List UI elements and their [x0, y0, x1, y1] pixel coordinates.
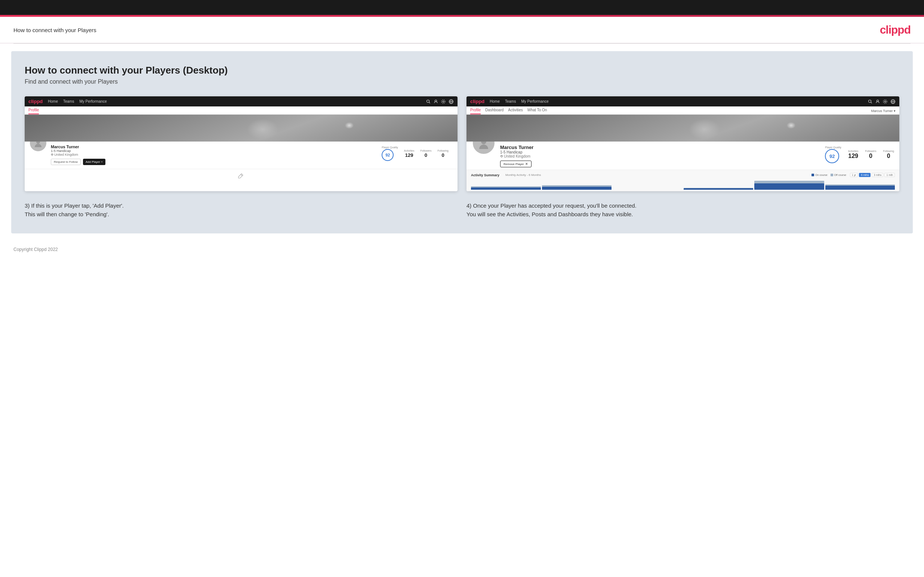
svg-point-14 [883, 100, 887, 103]
player-handicap-2: 1-5 Handicap [500, 150, 533, 154]
player-details-2: Marcus Turner 1-5 Handicap United Kingdo… [500, 142, 894, 167]
globe-icon-2[interactable] [890, 99, 896, 104]
add-player-button[interactable]: Add Player + [83, 159, 105, 165]
quality-label-1: Player Quality [382, 146, 398, 148]
period-6mths[interactable]: 6 mths [859, 173, 871, 177]
tab-activities-2[interactable]: Activities [508, 108, 523, 114]
player-name-2: Marcus Turner [500, 145, 533, 150]
screenshots-row: clippd Home Teams My Performance Profile [25, 96, 899, 191]
profile-banner-2 [467, 114, 899, 142]
quality-circle-2: 92 [825, 149, 839, 163]
period-3mths[interactable]: 3 mths [872, 173, 883, 177]
remove-player-label: Remove Player [504, 163, 524, 166]
profile-actions-1: Request to Follow Add Player + [51, 159, 105, 165]
svg-point-19 [501, 155, 502, 157]
tab-profile-1[interactable]: Profile [28, 108, 39, 114]
app-logo-2: clippd [470, 98, 485, 104]
chart-bar-group-1 [542, 179, 612, 190]
quality-circle-1: 92 [382, 149, 394, 161]
following-label-2: Following [883, 150, 894, 152]
stats-row-2: Player Quality 92 Activities 129 Followe [825, 145, 894, 165]
screenshot-footer-1 [25, 169, 457, 182]
activity-header-right: On course Off course 1 yr 6 mths 3 mths [811, 173, 895, 177]
app-nav-right-2 [868, 99, 896, 104]
bar-stack-3 [684, 188, 754, 190]
location-text-1: United Kingdom [54, 153, 78, 156]
chart-bar-group-0 [471, 179, 541, 190]
banner-texture-1 [25, 114, 457, 142]
period-1yr[interactable]: 1 yr [850, 173, 858, 177]
nav-home-1[interactable]: Home [48, 99, 58, 103]
oncourse-bar-4 [754, 184, 824, 190]
page-header: How to connect with your Players clippd [0, 17, 924, 44]
step4-text: 4) Once your Player has accepted your re… [467, 201, 899, 219]
followers-value-1: 0 [420, 152, 431, 158]
nav-myperformance-2[interactable]: My Performance [521, 99, 548, 103]
chart-bar-group-2 [613, 179, 683, 190]
activity-header: Activity Summary Monthly Activity - 6 Mo… [471, 173, 895, 177]
description-step4: 4) Once your Player has accepted your re… [467, 201, 899, 219]
profile-section-1: Marcus Turner 1-5 Handicap United Kingdo… [25, 142, 457, 169]
svg-point-3 [443, 101, 444, 102]
quality-label-2: Player Quality [825, 146, 842, 148]
profile-section-2: Marcus Turner 1-5 Handicap United Kingdo… [467, 142, 899, 169]
chart-bar-group-4 [754, 179, 824, 190]
offcourse-bar-4 [754, 181, 824, 184]
header-divider [13, 44, 911, 44]
request-follow-button[interactable]: Request to Follow [51, 159, 81, 165]
svg-point-9 [52, 154, 53, 155]
app-nav-2: clippd Home Teams My Performance [467, 96, 899, 106]
globe-icon-1[interactable] [449, 99, 454, 104]
legend-offcourse: Off course [830, 174, 846, 176]
player-dropdown[interactable]: Marcus Turner ▾ [871, 109, 896, 114]
stat-followers-1: Followers 0 [420, 149, 431, 158]
followers-label-1: Followers [420, 149, 431, 152]
activity-chart [471, 179, 895, 190]
activities-label-2: Activities [848, 150, 859, 152]
tab-dashboard-2[interactable]: Dashboard [485, 108, 504, 114]
nav-home-2[interactable]: Home [489, 99, 500, 103]
copyright-text: Copyright Clippd 2022 [13, 247, 58, 252]
settings-icon-1[interactable] [441, 99, 446, 104]
oncourse-bar-1 [542, 187, 612, 190]
oncourse-dot [811, 174, 814, 176]
svg-point-0 [427, 100, 430, 102]
tab-profile-2[interactable]: Profile [470, 108, 481, 114]
legend-oncourse: On course [811, 174, 827, 176]
close-icon: ✕ [525, 162, 528, 166]
player-info-1: Marcus Turner 1-5 Handicap United Kingdo… [51, 145, 105, 165]
search-icon-1[interactable] [426, 99, 431, 104]
period-1mth[interactable]: 1 mth [884, 173, 895, 177]
player-handicap-1: 1-5 Handicap [51, 149, 105, 153]
settings-icon-2[interactable] [883, 99, 887, 104]
nav-teams-1[interactable]: Teams [63, 99, 74, 103]
offcourse-label: Off course [834, 174, 846, 176]
oncourse-bar-3 [684, 188, 754, 190]
stat-following-2: Following 0 [883, 150, 894, 160]
user-icon-1[interactable] [434, 99, 438, 104]
followers-value-2: 0 [865, 153, 876, 160]
stat-quality-2: Player Quality 92 [825, 146, 842, 163]
oncourse-bar-5 [825, 185, 895, 190]
app-logo-1: clippd [28, 98, 43, 104]
player-name-1: Marcus Turner [51, 145, 105, 149]
nav-teams-2[interactable]: Teams [505, 99, 516, 103]
user-icon-2[interactable] [876, 99, 880, 104]
chart-bar-group-3 [684, 179, 754, 190]
search-icon-2[interactable] [868, 99, 872, 104]
breadcrumb: How to connect with your Players [13, 27, 97, 33]
oncourse-label: On course [815, 174, 827, 176]
clippd-logo: clippd [880, 24, 911, 36]
nav-myperformance-1[interactable]: My Performance [79, 99, 107, 103]
activity-header-left: Activity Summary Monthly Activity - 6 Mo… [471, 173, 541, 177]
main-content: How to connect with your Players (Deskto… [11, 51, 913, 234]
activity-period: Monthly Activity - 6 Months [506, 173, 541, 177]
following-label-1: Following [437, 149, 449, 152]
tab-whattoon-2[interactable]: What To On [527, 108, 547, 114]
description-step3: 3) If this is your Player tap, 'Add Play… [25, 201, 457, 219]
activities-value-2: 129 [848, 153, 859, 160]
remove-player-button[interactable]: Remove Player ✕ [500, 161, 531, 167]
stat-followers-2: Followers 0 [865, 150, 876, 160]
step3-text: 3) If this is your Player tap, 'Add Play… [25, 201, 457, 219]
activity-legend: On course Off course [811, 174, 846, 176]
